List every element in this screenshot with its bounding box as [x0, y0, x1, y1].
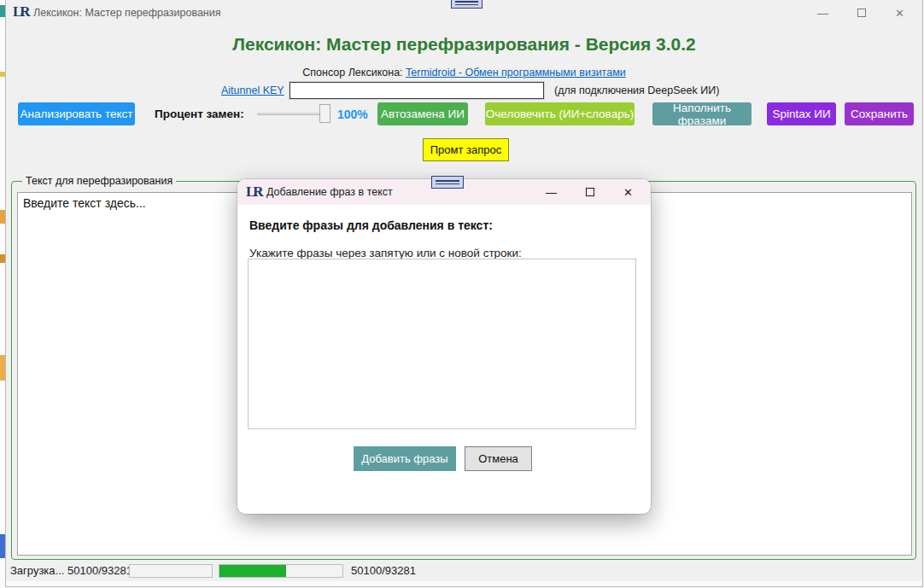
app-logo-icon: LR: [246, 183, 261, 201]
dialog-titlebar: LR Добавление фраз в текст — ✕: [237, 179, 651, 205]
app-logo-icon: LR: [13, 3, 28, 20]
dialog-close-button[interactable]: ✕: [609, 179, 647, 205]
maximize-icon: [586, 188, 594, 196]
sponsor-prefix: Спонсор Лексикона:: [302, 67, 406, 79]
minimize-icon: —: [546, 186, 557, 199]
dialog-minimize-button[interactable]: —: [532, 179, 570, 205]
status-loading-text: Загрузка... 50100/93281: [10, 564, 132, 577]
minimize-icon: —: [817, 7, 828, 20]
aitunnel-key-link[interactable]: Aitunnel KEY: [221, 84, 284, 96]
ai-autoreplace-button[interactable]: Автозамена ИИ: [377, 102, 468, 125]
sponsor-link[interactable]: Termidroid - Обмен программными визитами: [406, 67, 626, 79]
dialog-maximize-button[interactable]: [570, 179, 609, 205]
window-title: Лексикон: Мастер перефразирования: [33, 7, 221, 19]
analyze-text-button[interactable]: Анализировать текст: [18, 102, 135, 125]
close-button[interactable]: ✕: [880, 0, 919, 26]
percent-slider[interactable]: [257, 104, 330, 123]
dialog-title: Добавление фраз в текст: [266, 186, 393, 198]
progress-bar-secondary: [129, 564, 213, 578]
dialog-window-controls: — ✕: [532, 179, 647, 205]
cancel-button[interactable]: Отмена: [465, 446, 532, 471]
window-drag-handle-icon[interactable]: [451, 0, 482, 9]
maximize-icon: [857, 9, 866, 17]
humanize-button[interactable]: Очеловечить (ИИ+словарь): [485, 102, 635, 125]
progress-fill: [219, 565, 286, 577]
close-icon: ✕: [895, 7, 904, 20]
minimize-button[interactable]: —: [804, 0, 842, 26]
paraphrase-groupbox-label: Текст для перефразирования: [22, 175, 176, 187]
add-phrases-dialog: LR Добавление фраз в текст — ✕ Введите ф…: [237, 179, 651, 514]
prompt-request-button[interactable]: Промт запрос: [423, 138, 509, 161]
close-icon: ✕: [623, 186, 633, 199]
percent-value: 100%: [337, 108, 368, 121]
dialog-drag-handle-icon[interactable]: [431, 176, 464, 189]
sponsor-line: Спонсор Лексикона: Termidroid - Обмен пр…: [6, 67, 922, 79]
page-title: Лексикон: Мастер перефразирования - Верс…: [6, 34, 922, 55]
api-key-note: (для подключения DeepSeek ИИ): [554, 84, 719, 96]
window-controls: — ✕: [804, 0, 919, 26]
screen: LR Лексикон: Мастер перефразирования — ✕…: [0, 0, 924, 588]
window-bottom-edge: [6, 581, 922, 586]
fill-phrases-button[interactable]: Наполнить фразами: [652, 102, 751, 125]
status-bar: Загрузка... 50100/93281 50100/93281: [6, 561, 922, 581]
dialog-heading: Введите фразы для добавления в текст:: [249, 218, 493, 232]
spintax-ai-button[interactable]: Spintax ИИ: [767, 102, 836, 125]
phrases-text-area[interactable]: [248, 259, 636, 429]
percent-replace-label: Процент замен:: [155, 108, 244, 120]
slider-thumb[interactable]: [319, 104, 330, 123]
add-phrases-button[interactable]: Добавить фразы: [354, 446, 456, 471]
status-counter-text: 50100/93281: [351, 564, 416, 577]
api-key-row: Aitunnel KEY (для подключения DeepSeek И…: [6, 82, 922, 101]
api-key-input[interactable]: [289, 82, 544, 99]
save-button[interactable]: Сохранить: [845, 102, 914, 125]
dialog-hint: Укажите фразы через запятую или с новой …: [249, 247, 522, 259]
progress-bar-primary: [219, 564, 343, 578]
maximize-button[interactable]: [842, 0, 880, 26]
main-titlebar: LR Лексикон: Мастер перефразирования — ✕: [6, 0, 922, 26]
